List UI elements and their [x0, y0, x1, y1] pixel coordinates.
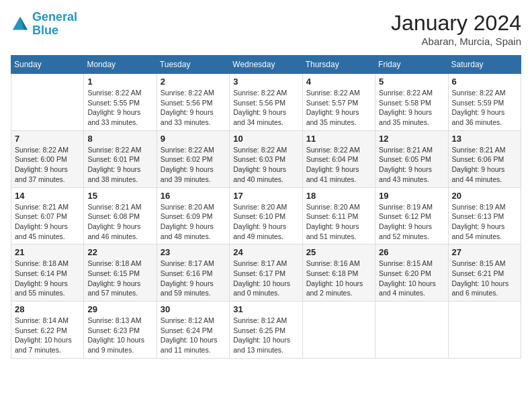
day-info: Sunrise: 8:21 AMSunset: 6:08 PMDaylight:… [87, 202, 152, 242]
day-info: Sunrise: 8:15 AMSunset: 6:20 PMDaylight:… [379, 259, 444, 298]
day-info: Sunrise: 8:22 AMSunset: 6:03 PMDaylight:… [233, 145, 298, 185]
weekday-header-thursday: Thursday [302, 56, 375, 74]
day-number: 24 [233, 247, 298, 257]
calendar-cell: 6Sunrise: 8:22 AMSunset: 5:59 PMDaylight… [448, 74, 521, 131]
calendar-cell: 29Sunrise: 8:13 AMSunset: 6:23 PMDayligh… [84, 302, 157, 359]
calendar-cell: 10Sunrise: 8:22 AMSunset: 6:03 PMDayligh… [230, 130, 302, 187]
calendar-cell: 14Sunrise: 8:21 AMSunset: 6:07 PMDayligh… [11, 187, 84, 244]
calendar-cell [375, 302, 448, 359]
weekday-header-monday: Monday [84, 56, 157, 74]
calendar-cell [302, 302, 375, 359]
day-info: Sunrise: 8:15 AMSunset: 6:21 PMDaylight:… [452, 259, 517, 298]
day-info: Sunrise: 8:19 AMSunset: 6:12 PMDaylight:… [379, 202, 444, 242]
calendar-week-row: 28Sunrise: 8:14 AMSunset: 6:22 PMDayligh… [11, 302, 521, 359]
day-number: 23 [161, 247, 226, 257]
calendar-cell: 11Sunrise: 8:22 AMSunset: 6:04 PMDayligh… [302, 130, 375, 187]
day-info: Sunrise: 8:22 AMSunset: 5:55 PMDaylight:… [87, 88, 152, 128]
weekday-header-row: SundayMondayTuesdayWednesdayThursdayFrid… [11, 56, 521, 74]
calendar-cell: 5Sunrise: 8:22 AMSunset: 5:58 PMDaylight… [375, 74, 448, 131]
day-number: 22 [87, 247, 152, 257]
logo-text: General Blue [32, 11, 77, 38]
calendar-cell: 25Sunrise: 8:16 AMSunset: 6:18 PMDayligh… [302, 244, 375, 302]
day-info: Sunrise: 8:18 AMSunset: 6:15 PMDaylight:… [87, 259, 152, 298]
calendar-cell: 23Sunrise: 8:17 AMSunset: 6:16 PMDayligh… [157, 244, 229, 302]
location-title: Abaran, Murcia, Spain [391, 36, 521, 47]
day-info: Sunrise: 8:21 AMSunset: 6:07 PMDaylight:… [15, 202, 80, 242]
day-number: 3 [233, 77, 298, 87]
day-number: 13 [452, 134, 517, 144]
day-info: Sunrise: 8:17 AMSunset: 6:17 PMDaylight:… [233, 259, 298, 298]
page-header: General Blue January 2024 Abaran, Murcia… [11, 11, 521, 47]
day-info: Sunrise: 8:22 AMSunset: 6:01 PMDaylight:… [87, 145, 152, 185]
calendar-cell: 21Sunrise: 8:18 AMSunset: 6:14 PMDayligh… [11, 244, 84, 302]
weekday-header-wednesday: Wednesday [230, 56, 302, 74]
calendar-cell: 28Sunrise: 8:14 AMSunset: 6:22 PMDayligh… [11, 302, 84, 359]
day-info: Sunrise: 8:22 AMSunset: 5:59 PMDaylight:… [452, 88, 517, 128]
day-number: 19 [379, 191, 444, 201]
day-info: Sunrise: 8:12 AMSunset: 6:25 PMDaylight:… [233, 316, 298, 355]
day-number: 15 [87, 191, 152, 201]
calendar-cell [448, 302, 521, 359]
day-number: 7 [15, 134, 80, 144]
logo: General Blue [11, 11, 77, 38]
day-number: 31 [233, 304, 298, 314]
calendar-week-row: 1Sunrise: 8:22 AMSunset: 5:55 PMDaylight… [11, 74, 521, 131]
calendar-cell: 7Sunrise: 8:22 AMSunset: 6:00 PMDaylight… [11, 130, 84, 187]
day-number: 5 [379, 77, 444, 87]
day-info: Sunrise: 8:21 AMSunset: 6:05 PMDaylight:… [379, 145, 444, 185]
day-number: 16 [161, 191, 226, 201]
day-info: Sunrise: 8:14 AMSunset: 6:22 PMDaylight:… [15, 316, 80, 355]
calendar-cell: 20Sunrise: 8:19 AMSunset: 6:13 PMDayligh… [448, 187, 521, 244]
calendar-week-row: 14Sunrise: 8:21 AMSunset: 6:07 PMDayligh… [11, 187, 521, 244]
day-number: 12 [379, 134, 444, 144]
calendar-cell: 1Sunrise: 8:22 AMSunset: 5:55 PMDaylight… [84, 74, 157, 131]
day-info: Sunrise: 8:20 AMSunset: 6:11 PMDaylight:… [306, 202, 371, 242]
day-number: 17 [233, 191, 298, 201]
day-number: 4 [306, 77, 371, 87]
day-number: 27 [452, 247, 517, 257]
weekday-header-saturday: Saturday [448, 56, 521, 74]
day-info: Sunrise: 8:22 AMSunset: 6:02 PMDaylight:… [161, 145, 226, 185]
day-info: Sunrise: 8:22 AMSunset: 6:04 PMDaylight:… [306, 145, 371, 185]
day-number: 29 [87, 304, 152, 314]
calendar-cell: 31Sunrise: 8:12 AMSunset: 6:25 PMDayligh… [230, 302, 302, 359]
day-info: Sunrise: 8:16 AMSunset: 6:18 PMDaylight:… [306, 259, 371, 298]
day-info: Sunrise: 8:20 AMSunset: 6:09 PMDaylight:… [161, 202, 226, 242]
calendar-cell: 19Sunrise: 8:19 AMSunset: 6:12 PMDayligh… [375, 187, 448, 244]
day-number: 6 [452, 77, 517, 87]
day-number: 14 [15, 191, 80, 201]
calendar-cell: 3Sunrise: 8:22 AMSunset: 5:56 PMDaylight… [230, 74, 302, 131]
weekday-header-tuesday: Tuesday [157, 56, 229, 74]
day-info: Sunrise: 8:22 AMSunset: 5:56 PMDaylight:… [161, 88, 226, 128]
calendar-cell: 26Sunrise: 8:15 AMSunset: 6:20 PMDayligh… [375, 244, 448, 302]
day-number: 2 [161, 77, 226, 87]
calendar-cell: 27Sunrise: 8:15 AMSunset: 6:21 PMDayligh… [448, 244, 521, 302]
calendar-cell: 22Sunrise: 8:18 AMSunset: 6:15 PMDayligh… [84, 244, 157, 302]
calendar-cell: 13Sunrise: 8:21 AMSunset: 6:06 PMDayligh… [448, 130, 521, 187]
day-info: Sunrise: 8:22 AMSunset: 5:58 PMDaylight:… [379, 88, 444, 128]
day-info: Sunrise: 8:21 AMSunset: 6:06 PMDaylight:… [452, 145, 517, 185]
weekday-header-friday: Friday [375, 56, 448, 74]
calendar-cell: 30Sunrise: 8:12 AMSunset: 6:24 PMDayligh… [157, 302, 229, 359]
day-number: 18 [306, 191, 371, 201]
calendar-cell: 8Sunrise: 8:22 AMSunset: 6:01 PMDaylight… [84, 130, 157, 187]
day-number: 25 [306, 247, 371, 257]
day-number: 11 [306, 134, 371, 144]
month-title: January 2024 [391, 11, 521, 36]
day-info: Sunrise: 8:22 AMSunset: 5:57 PMDaylight:… [306, 88, 371, 128]
day-info: Sunrise: 8:22 AMSunset: 5:56 PMDaylight:… [233, 88, 298, 128]
day-number: 26 [379, 247, 444, 257]
day-number: 28 [15, 304, 80, 314]
day-info: Sunrise: 8:19 AMSunset: 6:13 PMDaylight:… [452, 202, 517, 242]
weekday-header-sunday: Sunday [11, 56, 84, 74]
calendar-cell: 2Sunrise: 8:22 AMSunset: 5:56 PMDaylight… [157, 74, 229, 131]
day-number: 21 [15, 247, 80, 257]
day-number: 30 [161, 304, 226, 314]
day-info: Sunrise: 8:17 AMSunset: 6:16 PMDaylight:… [161, 259, 226, 298]
calendar-cell: 24Sunrise: 8:17 AMSunset: 6:17 PMDayligh… [230, 244, 302, 302]
day-number: 8 [87, 134, 152, 144]
calendar-cell: 18Sunrise: 8:20 AMSunset: 6:11 PMDayligh… [302, 187, 375, 244]
day-number: 20 [452, 191, 517, 201]
calendar-week-row: 7Sunrise: 8:22 AMSunset: 6:00 PMDaylight… [11, 130, 521, 187]
day-info: Sunrise: 8:20 AMSunset: 6:10 PMDaylight:… [233, 202, 298, 242]
